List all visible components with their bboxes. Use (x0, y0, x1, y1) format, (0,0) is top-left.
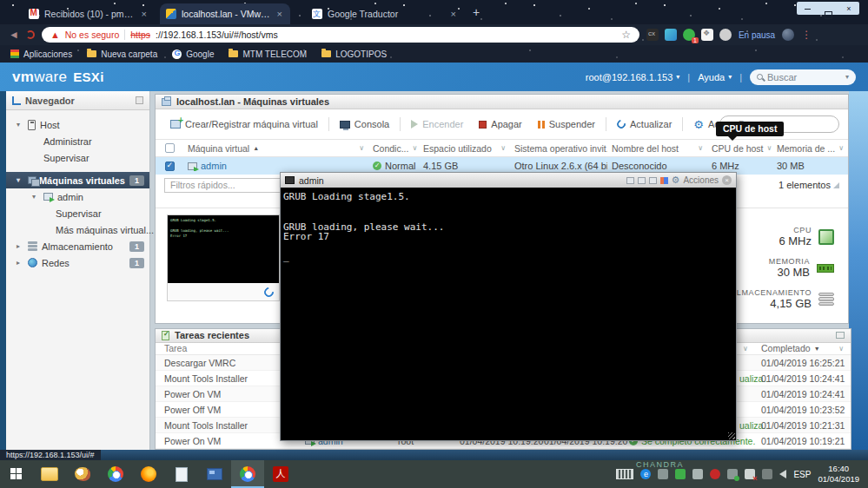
console-ctrl-alt-del-icon[interactable] (660, 177, 668, 184)
resize-grip-icon[interactable] (833, 182, 839, 188)
checkbox-icon[interactable] (165, 143, 175, 153)
back-icon[interactable]: ◄ (9, 30, 19, 40)
task-column-label[interactable]: Tarea (164, 343, 187, 353)
taskbar-paint[interactable] (66, 460, 99, 488)
chevron-down-icon[interactable]: ∨ (838, 345, 844, 353)
console-title-bar[interactable]: admin ⚙ Acciones × (281, 173, 736, 188)
select-all-checkbox-cell[interactable] (156, 143, 183, 153)
chevron-down-icon[interactable]: ∨ (743, 345, 748, 353)
sidebar-item-almacenamiento[interactable]: ▸Almacenamiento1 (6, 238, 149, 254)
volume-icon[interactable] (779, 470, 786, 478)
reload-icon[interactable] (26, 30, 35, 39)
sidebar-item-host[interactable]: ▾Host (6, 116, 149, 133)
column-header-nombre-del-host[interactable]: Nombre del host∨ (607, 143, 707, 154)
column-header-sistema-operativo-invit[interactable]: Sistema operativo invit...∨ (510, 143, 607, 154)
tray-error-icon[interactable] (745, 469, 755, 479)
language-indicator[interactable]: ESP (793, 470, 811, 479)
tree-toggle-icon[interactable]: ▾ (17, 121, 23, 129)
tree-toggle-icon[interactable]: ▸ (17, 259, 23, 267)
suspender-button[interactable]: Suspender (530, 115, 603, 134)
touch-keyboard-icon[interactable] (616, 469, 633, 479)
address-bar[interactable]: ▲ No es seguro https ://192.168.1.153/ui… (42, 27, 639, 43)
bookmark-mtm-telecom[interactable]: MTM TELECOM (229, 49, 307, 59)
checkbox-checked-icon[interactable] (165, 162, 175, 171)
browser-menu-icon[interactable]: ⋮ (801, 29, 812, 41)
column-header-espacio-utilizado[interactable]: Espacio utilizado∨ (419, 143, 510, 154)
tray-usb-icon[interactable] (762, 469, 772, 479)
profile-avatar[interactable] (782, 29, 794, 41)
vm-name-link[interactable]: admin (201, 161, 227, 171)
taskbar-acrobat[interactable] (264, 460, 297, 488)
tray-green-icon[interactable] (675, 469, 686, 479)
paused-label[interactable]: En pausa (739, 30, 775, 40)
column-header-condic[interactable]: Condic...∨ (368, 143, 419, 154)
browser-tab-recibidos-10-pmp-mtmcorp[interactable]: Recibidos (10) - pmp@mtmcorp× (23, 3, 155, 24)
crear-registrar-m-quina-virtual-button[interactable]: Crear/Registrar máquina virtual (162, 115, 326, 134)
column-header-cpu-de-host[interactable]: CPU de host∨ (707, 143, 772, 154)
bookmark-star-icon[interactable]: ☆ (621, 29, 631, 41)
chevron-down-icon[interactable]: ∨ (500, 144, 506, 152)
console-close-icon[interactable]: × (722, 175, 732, 185)
apagar-button[interactable]: Apagar (471, 115, 529, 134)
tree-toggle-icon[interactable]: ▾ (17, 176, 23, 184)
security-label[interactable]: No es seguro (65, 30, 119, 40)
pin-icon[interactable] (136, 96, 143, 104)
security-tray-icon[interactable] (727, 469, 738, 479)
taskbar-notepad[interactable] (165, 460, 198, 488)
sidebar-item-administrar[interactable]: Administrar (6, 133, 149, 149)
extension-icon-5[interactable] (719, 29, 732, 41)
panel-popout-icon[interactable] (836, 332, 845, 339)
close-tab-icon[interactable]: × (140, 9, 149, 19)
tray-device-icon[interactable] (692, 469, 703, 479)
close-window-button[interactable]: × (840, 3, 858, 15)
taskbar-chrome-active[interactable] (231, 460, 264, 488)
completed-column-label[interactable]: Completado▼ (761, 343, 820, 353)
tray-red-icon[interactable] (710, 469, 720, 479)
chevron-down-icon[interactable]: ∨ (838, 144, 844, 152)
encender-button[interactable]: Encender (403, 115, 471, 134)
bookmark-aplicaciones[interactable]: Aplicaciones (10, 49, 72, 59)
extension-icon-2[interactable] (665, 29, 677, 41)
console-output[interactable]: GRUB Loading stage1.5. GRUB loading, ple… (281, 188, 736, 440)
new-tab-button[interactable]: + (467, 4, 485, 22)
taskbar-chrome[interactable] (99, 460, 132, 488)
sidebar-item-supervisar[interactable]: Supervisar (6, 205, 149, 221)
nav-collapse-strip[interactable] (0, 91, 6, 450)
network-tray-icon[interactable] (658, 469, 668, 479)
sidebar-item-admin[interactable]: ▾admin (6, 188, 149, 205)
start-button[interactable] (0, 460, 33, 488)
tree-toggle-icon[interactable]: ▸ (17, 242, 23, 250)
bookmark-google[interactable]: Google (172, 49, 214, 59)
extension-icon-4[interactable] (701, 29, 713, 41)
bookmark-logotipos[interactable]: LOGOTIPOS (321, 49, 387, 59)
actualizar-button[interactable]: Actualizar (609, 115, 679, 134)
minimize-button[interactable] (798, 3, 816, 15)
help-menu[interactable]: Ayuda▾ (698, 72, 732, 82)
console-window-icon-1[interactable] (626, 177, 634, 184)
sidebar-item-redes[interactable]: ▸Redes1 (6, 254, 149, 271)
chevron-down-icon[interactable]: ∨ (767, 144, 772, 152)
sidebar-item-m-s-m-quinas-virtual[interactable]: Más máquinas virtual... (6, 221, 149, 238)
chevron-down-icon[interactable]: ∨ (359, 144, 364, 152)
console-window-icon-3[interactable] (649, 177, 657, 184)
taskbar-settings[interactable] (198, 460, 231, 488)
bookmark-nueva-carpeta[interactable]: Nueva carpeta (87, 49, 157, 59)
extension-icon-1[interactable] (646, 29, 659, 41)
extension-icon-3[interactable]: 1 (683, 29, 695, 41)
gear-icon[interactable]: ⚙ (672, 175, 680, 185)
chevron-down-icon[interactable]: ∨ (698, 144, 703, 152)
consola-button[interactable]: Consola (332, 115, 397, 134)
tree-toggle-icon[interactable]: ▾ (32, 193, 39, 201)
user-menu[interactable]: root@192.168.1.153▾ (586, 72, 679, 82)
console-window-icon-2[interactable] (638, 177, 646, 184)
close-tab-icon[interactable]: × (275, 9, 284, 19)
column-header-m-quina-virtual[interactable]: Máquina virtual▲∨ (183, 143, 368, 154)
close-tab-icon[interactable]: × (449, 9, 458, 19)
tray-app-icon[interactable]: e (640, 469, 651, 479)
browser-tab-google-traductor[interactable]: Google Traductor× (306, 3, 464, 24)
sidebar-item-m-quinas-virtuales[interactable]: ▾Máquinas virtuales1 (6, 172, 149, 188)
global-search-input[interactable]: Buscar▾ (750, 69, 856, 85)
console-actions-label[interactable]: Acciones (683, 175, 719, 185)
console-resize-grip[interactable] (728, 432, 735, 439)
browser-tab-localhost-lan-vmware-esxi[interactable]: localhost.lan - VMware ESXi× (160, 3, 290, 24)
